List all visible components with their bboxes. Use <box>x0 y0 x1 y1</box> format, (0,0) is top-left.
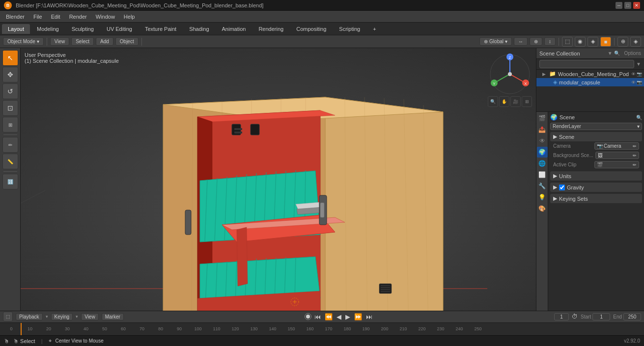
prop-icon-particles[interactable]: 💡 <box>537 192 548 203</box>
menu-render[interactable]: Render <box>65 13 91 21</box>
shading-material[interactable]: ◈ <box>588 37 598 47</box>
gizmo-walk-btn[interactable]: ✋ <box>499 96 509 107</box>
title-bar-left: B Blender [F:\1AWORK\Wooden_Cube_Meeting… <box>4 1 263 9</box>
outliner-search-input[interactable] <box>539 60 634 68</box>
prop-icon-render[interactable]: 🎬 <box>537 113 548 124</box>
view-btn[interactable]: View <box>81 313 99 320</box>
prop-icon-output[interactable]: 📤 <box>537 124 548 135</box>
bg-scene-link[interactable]: ✏ <box>633 153 637 158</box>
camera-value[interactable]: 📷 Camera ✏ <box>594 142 639 150</box>
outliner-vis-icon2[interactable]: 👁 <box>631 80 636 85</box>
tab-layout[interactable]: Layout <box>2 24 30 34</box>
play-btn[interactable]: ▶ <box>344 313 351 320</box>
prop-icon-object[interactable]: ⬜ <box>537 169 548 180</box>
tab-modeling[interactable]: Modeling <box>31 24 65 34</box>
start-frame-field[interactable]: 1 <box>592 313 610 320</box>
prop-icon-modifiers[interactable]: 🔧 <box>537 181 548 191</box>
jump-end-btn[interactable]: ⏭ <box>365 313 373 320</box>
active-clip-value[interactable]: 🎬 ✏ <box>594 161 639 168</box>
gravity-checkbox[interactable] <box>559 185 565 190</box>
active-clip-link[interactable]: ✏ <box>633 162 637 167</box>
record-btn[interactable] <box>305 313 311 320</box>
menu-edit[interactable]: Edit <box>47 13 64 21</box>
gizmo-btn[interactable]: ◈ <box>630 37 641 47</box>
scale-tool-btn[interactable]: ⊡ <box>2 100 18 116</box>
extra-tool-btn[interactable]: 🔢 <box>2 174 18 189</box>
frame-indicator[interactable]: 1 <box>554 313 569 320</box>
props-search-icon[interactable]: 🔍 <box>636 115 642 120</box>
menu-help[interactable]: Help <box>120 13 139 21</box>
navigation-gizmo[interactable]: Z X Y 🔍 ✋ 🎥 ⊞ <box>488 52 532 96</box>
tab-scripting[interactable]: Scripting <box>333 24 366 34</box>
menu-file[interactable]: File <box>29 13 46 21</box>
object-mode-dropdown[interactable]: Object Mode ▾ <box>3 37 44 46</box>
units-section-header[interactable]: ▶ Units <box>550 171 642 181</box>
tab-animation[interactable]: Animation <box>216 24 252 34</box>
window-maximize-button[interactable]: □ <box>624 2 631 9</box>
proportional-btn[interactable]: ↕ <box>544 37 556 46</box>
step-forward-btn[interactable]: ⏩ <box>353 313 363 320</box>
timeline-menu-icon[interactable]: ⬚ <box>3 312 13 321</box>
tab-shading[interactable]: Shading <box>183 24 215 34</box>
tab-rendering[interactable]: Rendering <box>252 24 289 34</box>
marker-btn[interactable]: Marker <box>102 313 124 320</box>
tn-230: 230 <box>431 326 450 331</box>
outliner-vis-icon[interactable]: 👁 <box>631 72 636 77</box>
jump-start-btn[interactable]: ⏮ <box>313 313 322 320</box>
window-minimize-button[interactable]: ─ <box>616 2 622 9</box>
timeline-track[interactable]: 0 10 20 30 40 50 60 70 80 90 100 110 120… <box>0 323 644 335</box>
shading-rendered[interactable]: ■ <box>600 37 611 47</box>
transform-tool-btn[interactable]: ⊞ <box>2 117 18 133</box>
camera-link-icon[interactable]: ✏ <box>633 144 637 149</box>
end-frame-field[interactable]: 250 <box>623 313 641 320</box>
keying-btn[interactable]: Keying <box>51 313 73 320</box>
window-close-button[interactable]: ✕ <box>633 2 640 9</box>
outliner-render-icon2[interactable]: 📷 <box>637 80 642 85</box>
prop-icon-world[interactable]: 🌐 <box>537 158 548 169</box>
outliner-filter-options[interactable]: ▼ <box>636 61 641 67</box>
select-menu-btn[interactable]: Select <box>71 37 94 46</box>
prop-icon-view[interactable]: 👁 <box>537 135 548 146</box>
measure-tool-btn[interactable]: 📏 <box>2 154 18 169</box>
overlay-btn[interactable]: ⊕ <box>617 37 628 47</box>
outliner-search-icon[interactable]: 🔍 <box>614 50 620 56</box>
shading-solid[interactable]: ◉ <box>575 37 586 47</box>
rotate-tool-btn[interactable]: ↺ <box>2 83 18 99</box>
gizmo-grid-btn[interactable]: ⊞ <box>522 96 532 107</box>
tab-texture-paint[interactable]: Texture Paint <box>139 24 182 34</box>
tab-compositing[interactable]: Compositing <box>290 24 332 34</box>
bg-scene-value[interactable]: 🖼 ✏ <box>595 152 639 159</box>
gravity-section-header[interactable]: ▶ Gravity <box>550 183 642 192</box>
keying-sets-header[interactable]: ▶ Keying Sets <box>550 194 642 203</box>
snap-btn[interactable]: ⊕ <box>530 37 542 46</box>
prop-icon-scene[interactable]: 🌍 <box>537 147 548 158</box>
transform-global-btn[interactable]: ⊕ Global ▾ <box>479 37 512 46</box>
outliner-render-icon[interactable]: 📷 <box>637 72 642 77</box>
play-reverse-btn[interactable]: ◀ <box>336 313 342 320</box>
menu-blender[interactable]: Blender <box>2 13 28 21</box>
transform-pivot-btn[interactable]: ↔ <box>514 37 528 46</box>
outliner-filter-icon[interactable]: ▼ <box>607 50 613 56</box>
gizmo-lock-btn[interactable]: 🎥 <box>510 96 521 107</box>
viewport-3d[interactable]: User Perspective (1) Scene Collection | … <box>21 48 536 311</box>
tab-uv-editing[interactable]: UV Editing <box>101 24 138 34</box>
gizmo-persp-btn[interactable]: 🔍 <box>488 96 498 107</box>
outliner-item-collection[interactable]: ▶ 📁 Wooden_Cube_Meeting_Pod 👁 📷 <box>536 70 644 78</box>
add-menu-btn[interactable]: Add <box>96 37 113 46</box>
scene-section-header[interactable]: ▶ Scene <box>550 132 642 141</box>
outliner-item-modular[interactable]: ◈ modular_capsule 👁 📷 <box>536 78 644 86</box>
select-tool-btn[interactable]: ↖ <box>2 50 18 66</box>
step-back-btn[interactable]: ⏪ <box>324 313 334 320</box>
menu-window[interactable]: Window <box>92 13 119 21</box>
annotate-tool-btn[interactable]: ✏ <box>2 137 18 153</box>
playback-btn[interactable]: Playback <box>16 313 43 320</box>
view-menu-btn[interactable]: View <box>50 37 70 46</box>
shading-wire[interactable]: ⬚ <box>562 37 573 47</box>
tab-sculpting[interactable]: Sculpting <box>66 24 100 34</box>
options-btn[interactable]: Options <box>624 51 641 56</box>
move-tool-btn[interactable]: ✥ <box>2 67 18 82</box>
tab-add[interactable]: + <box>367 24 382 34</box>
prop-icon-material[interactable]: 🎨 <box>537 203 548 214</box>
object-menu-btn[interactable]: Object <box>115 37 139 46</box>
render-layer-dropdown[interactable]: RenderLayer ▾ <box>550 123 642 130</box>
